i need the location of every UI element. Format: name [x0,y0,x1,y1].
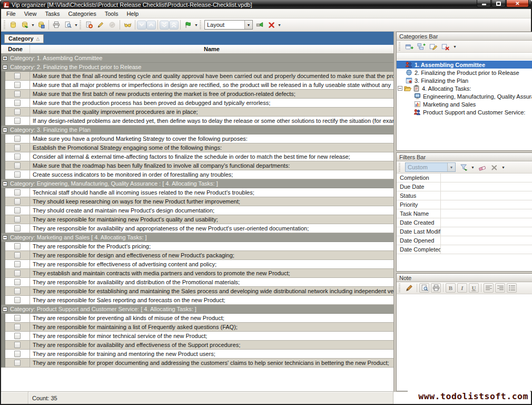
task-row[interactable]: Create success indicators to be monitore… [1,170,393,179]
task-checkbox[interactable] [14,73,21,79]
task-checkbox[interactable] [14,333,21,339]
toolbar-drag-handle[interactable] [399,284,400,292]
task-name[interactable]: They are responsible for design and effe… [30,251,393,260]
bullet-list-button[interactable] [507,283,517,293]
toolbar-drag-handle[interactable] [80,21,81,29]
task-name[interactable]: Create success indicators to be monitore… [30,170,393,179]
task-row[interactable]: If any design-related problems are detec… [1,117,393,126]
edit-task-button[interactable] [95,20,106,30]
filter-value-cell[interactable] [441,191,532,200]
task-checkbox[interactable] [14,189,21,196]
task-name[interactable]: Make sure that the first batch of new pr… [30,90,393,99]
task-checkbox[interactable] [14,351,21,357]
menu-tools[interactable]: Tools [101,9,123,18]
task-row[interactable]: They are responsible for preventing all … [1,314,393,323]
task-row[interactable]: They are responsible for proper document… [1,359,393,368]
task-checkbox[interactable] [14,144,21,151]
new-database-button[interactable] [7,20,19,30]
print-button[interactable] [51,20,62,30]
task-row[interactable]: They are responsible for effectiveness o… [1,260,393,269]
filter-value-cell[interactable] [441,218,532,227]
note-preview-button[interactable] [419,283,429,293]
task-checkbox[interactable] [14,288,21,294]
task-checkbox[interactable] [14,136,21,142]
group-by-category-button[interactable]: Category △ [4,34,44,43]
category-tree-item[interactable]: Marketing and Sales 7 7 [397,100,532,108]
task-name[interactable]: Make sure you have a profound Marketing … [30,134,393,143]
task-row[interactable]: Make sure you have a profound Marketing … [1,134,393,143]
category-group-row[interactable]: − Category: Engineering, Manufacturing, … [1,179,393,188]
task-row[interactable]: They are responsible for availability an… [1,278,393,287]
task-checkbox[interactable] [14,270,21,276]
toolbar-options-icon[interactable]: ▼ [452,45,457,49]
move-to-top-button[interactable] [169,21,179,30]
task-checkbox[interactable] [14,153,21,160]
task-name[interactable]: They are responsible for availability an… [30,341,393,350]
task-name[interactable]: They are responsible for preventing all … [30,314,393,323]
filter-value-cell[interactable] [441,182,532,191]
task-row[interactable]: They are responsible for maintaining new… [1,215,393,224]
print-preview-button[interactable] [62,20,74,30]
toolbar-drag-handle[interactable] [399,42,400,51]
bold-button[interactable]: B [446,283,456,293]
task-checkbox[interactable] [14,171,21,178]
delete-layout-button[interactable] [265,20,277,30]
cancel-filter-button[interactable] [489,162,499,172]
category-group-row[interactable]: − Category: Product Support and Customer… [1,305,393,314]
task-name[interactable]: They should keep researching on ways for… [30,197,393,206]
task-checkbox[interactable] [14,225,21,232]
expander-icon[interactable]: − [3,307,7,312]
filter-value-cell[interactable] [441,236,532,245]
filter-value-cell[interactable] [441,227,532,236]
task-name[interactable]: Consider all internal & external time-af… [30,152,393,161]
task-name[interactable]: They are responsible for maintaining new… [30,215,393,224]
category-group-row[interactable]: − Category: Marketing and Sales [ 4. All… [1,233,393,242]
task-row[interactable]: They are responsible for minor technical… [1,332,393,341]
task-checkbox[interactable] [14,360,21,366]
save-layout-button[interactable] [254,20,265,30]
task-name[interactable]: Technical staff should handle all incomi… [30,188,393,197]
filter-value-cell[interactable] [441,209,532,218]
filter-value-cell[interactable] [441,200,532,209]
task-checkbox[interactable] [14,118,21,124]
task-name[interactable]: They should create and maintain new Prod… [30,206,393,215]
category-tree-item[interactable]: − 4. Allocating Tasks: 18 18 [397,84,532,92]
layout-combobox[interactable]: Layout ▼ [204,20,253,30]
toolbar-drag-handle[interactable] [200,21,201,29]
task-row[interactable]: Make sure that all major problems or imp… [1,81,393,90]
column-header-done[interactable]: Done [1,45,30,53]
italic-button[interactable]: I [457,283,467,293]
task-checkbox[interactable] [14,207,21,214]
task-row[interactable]: Technical staff should handle all incomi… [1,188,393,197]
toolbar-drag-handle[interactable] [399,163,400,171]
task-name[interactable]: Make sure that the roadmap has been full… [30,161,393,170]
align-right-button[interactable] [495,283,505,293]
task-checkbox[interactable] [14,91,21,97]
task-row[interactable]: Establish the Promotional Strategy engag… [1,143,393,152]
task-checkbox[interactable] [14,324,21,330]
complete-task-button[interactable] [106,20,118,30]
add-category-button[interactable] [404,42,415,52]
category-tree-item[interactable]: 2. Finalizing the Product prior to Relea… [397,69,532,76]
edit-note-button[interactable] [404,283,415,293]
menu-categories[interactable]: Categories [64,9,101,18]
task-name[interactable]: They are responsible for minor technical… [30,332,393,341]
toolbar-drag-handle[interactable] [4,21,5,29]
menu-file[interactable]: File [2,9,20,18]
menu-tasks[interactable]: Tasks [41,9,64,18]
task-row[interactable]: They are responsible for training and me… [1,350,393,359]
edit-category-button[interactable] [428,42,439,52]
task-name[interactable]: They are responsible for maintaining a l… [30,323,393,332]
task-name[interactable]: If any design-related problems are detec… [30,117,393,126]
task-row[interactable]: Make sure that the final all-round testi… [1,72,393,81]
task-row[interactable]: They are responsible for availability an… [1,341,393,350]
task-row[interactable]: They are responsible for the Product's p… [1,242,393,251]
filter-value-cell[interactable] [441,173,532,182]
title-bar[interactable]: Vip organizer [M:\Vlad\Checklists\Produc… [1,0,531,9]
task-checkbox[interactable] [14,162,21,169]
toolbar-options-icon[interactable]: ▼ [194,23,199,27]
align-left-button[interactable] [484,283,494,293]
task-row[interactable]: Consider all internal & external time-af… [1,152,393,161]
category-group-row[interactable]: − Category: 3. Finalizing the Plan [1,126,393,134]
task-row[interactable]: They establish and maintain contracts wi… [1,269,393,278]
